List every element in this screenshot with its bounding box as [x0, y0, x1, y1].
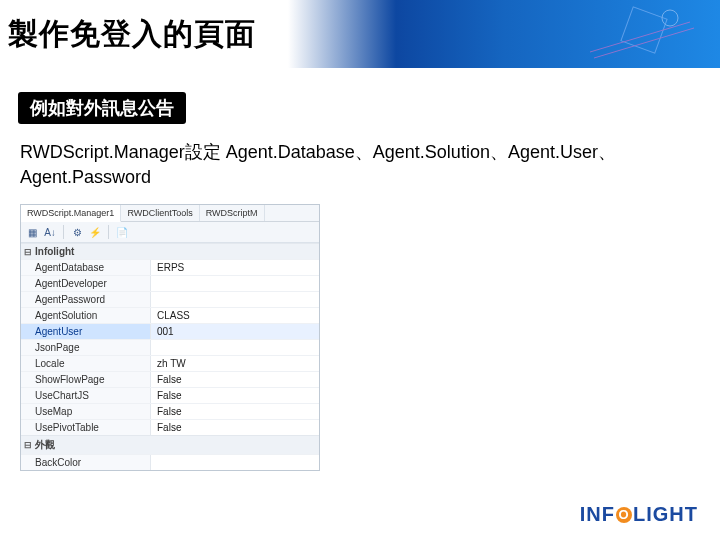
- property-name: AgentDeveloper: [21, 276, 151, 291]
- alphabetical-icon[interactable]: A↓: [43, 225, 57, 239]
- property-row-backcolor[interactable]: BackColor: [21, 454, 319, 470]
- property-name: AgentPassword: [21, 292, 151, 307]
- property-name: ShowFlowPage: [21, 372, 151, 387]
- logo-text-right: LIGHT: [633, 503, 698, 525]
- property-row-showflowpage[interactable]: ShowFlowPage False: [21, 371, 319, 387]
- logo-text-left: INF: [580, 503, 615, 525]
- property-value[interactable]: [151, 292, 319, 307]
- properties-panel: RWDScript.Manager1 RWDClientTools RWDScr…: [20, 204, 320, 471]
- property-value[interactable]: zh TW: [151, 356, 319, 371]
- property-value[interactable]: [151, 276, 319, 291]
- infolight-logo: INFOLIGHT: [580, 503, 698, 526]
- property-row-agentdeveloper[interactable]: AgentDeveloper: [21, 275, 319, 291]
- collapse-icon[interactable]: ⊟: [23, 440, 33, 450]
- categorized-icon[interactable]: ▦: [25, 225, 39, 239]
- description-text: RWDScript.Manager設定 Agent.Database、Agent…: [20, 140, 700, 190]
- toolbar-divider: [108, 225, 109, 239]
- property-row-jsonpage[interactable]: JsonPage: [21, 339, 319, 355]
- properties-toolbar: ▦ A↓ ⚙ ⚡ 📄: [21, 222, 319, 243]
- property-name: AgentDatabase: [21, 260, 151, 275]
- slide-header: 製作免登入的頁面: [0, 0, 720, 68]
- header-decoration-icon: [580, 4, 700, 64]
- property-value[interactable]: ERPS: [151, 260, 319, 275]
- property-name: BackColor: [21, 455, 151, 470]
- property-name: UseChartJS: [21, 388, 151, 403]
- toolbar-divider: [63, 225, 64, 239]
- events-icon[interactable]: ⚡: [88, 225, 102, 239]
- property-row-usemap[interactable]: UseMap False: [21, 403, 319, 419]
- property-value[interactable]: [151, 455, 319, 470]
- property-row-agentuser[interactable]: AgentUser 001: [21, 323, 319, 339]
- properties-icon[interactable]: ⚙: [70, 225, 84, 239]
- property-value[interactable]: False: [151, 372, 319, 387]
- page-title: 製作免登入的頁面: [8, 14, 256, 55]
- property-value[interactable]: False: [151, 388, 319, 403]
- property-value[interactable]: False: [151, 420, 319, 435]
- property-pages-icon[interactable]: 📄: [115, 225, 129, 239]
- logo-circle-icon: O: [616, 507, 632, 523]
- subheader-badge: 例如對外訊息公告: [18, 92, 186, 124]
- property-row-agentpassword[interactable]: AgentPassword: [21, 291, 319, 307]
- property-row-usechartjs[interactable]: UseChartJS False: [21, 387, 319, 403]
- properties-tabs: RWDScript.Manager1 RWDClientTools RWDScr…: [21, 205, 319, 222]
- tab-rwdscriptmanager1[interactable]: RWDScript.Manager1: [21, 205, 121, 222]
- collapse-icon[interactable]: ⊟: [23, 247, 33, 257]
- property-row-usepivottable[interactable]: UsePivotTable False: [21, 419, 319, 435]
- svg-line-2: [594, 28, 694, 58]
- property-name: AgentUser: [21, 324, 151, 339]
- svg-rect-0: [621, 7, 667, 53]
- tab-rwdclienttools[interactable]: RWDClientTools: [121, 205, 199, 221]
- property-value[interactable]: 001: [151, 324, 319, 339]
- tab-rwdscriptm[interactable]: RWDScriptM: [200, 205, 265, 221]
- property-name: UsePivotTable: [21, 420, 151, 435]
- property-name: UseMap: [21, 404, 151, 419]
- property-category-appearance[interactable]: ⊟ 外觀: [21, 435, 319, 454]
- property-value[interactable]: False: [151, 404, 319, 419]
- property-name: JsonPage: [21, 340, 151, 355]
- property-row-locale[interactable]: Locale zh TW: [21, 355, 319, 371]
- property-category-infolight[interactable]: ⊟ Infolight: [21, 243, 319, 259]
- property-row-agentsolution[interactable]: AgentSolution CLASS: [21, 307, 319, 323]
- property-row-agentdatabase[interactable]: AgentDatabase ERPS: [21, 259, 319, 275]
- property-value[interactable]: [151, 340, 319, 355]
- category-label: 外觀: [35, 438, 55, 452]
- property-name: Locale: [21, 356, 151, 371]
- property-name: AgentSolution: [21, 308, 151, 323]
- category-label: Infolight: [35, 246, 74, 257]
- property-value[interactable]: CLASS: [151, 308, 319, 323]
